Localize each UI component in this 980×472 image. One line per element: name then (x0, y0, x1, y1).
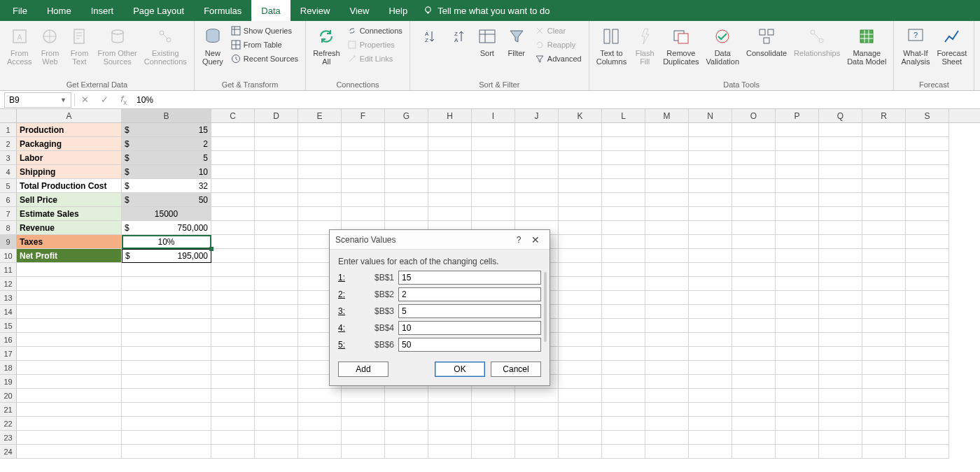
cell-O17[interactable] (732, 347, 776, 361)
tell-me-search[interactable]: Tell me what you want to do (423, 6, 550, 16)
cell-J22[interactable] (515, 417, 559, 431)
scenario-input-2[interactable] (398, 287, 541, 301)
cell-E20[interactable] (298, 389, 342, 403)
cell-H21[interactable] (428, 403, 472, 417)
col-header-R[interactable]: R (862, 109, 906, 122)
cell-A11[interactable] (17, 263, 122, 277)
row-header-11[interactable]: 11 (0, 263, 17, 277)
cell-F23[interactable] (342, 431, 385, 445)
cell-K10[interactable] (559, 249, 602, 263)
cell-R19[interactable] (862, 375, 906, 389)
cell-G2[interactable] (385, 137, 428, 151)
manage-data-model-button[interactable]: ManageData Model (844, 24, 889, 67)
cell-P7[interactable] (776, 207, 819, 221)
cell-Q24[interactable] (819, 445, 862, 459)
cell-B8[interactable]: $750,000 (122, 221, 211, 235)
row-header-7[interactable]: 7 (0, 207, 17, 221)
row-header-12[interactable]: 12 (0, 277, 17, 291)
cell-O3[interactable] (732, 151, 776, 165)
cell-N12[interactable] (689, 277, 732, 291)
cell-A9[interactable]: Taxes (17, 235, 122, 249)
cell-R12[interactable] (862, 277, 906, 291)
cell-E7[interactable] (298, 207, 342, 221)
cell-H6[interactable] (428, 193, 472, 207)
cell-K23[interactable] (559, 431, 602, 445)
cell-H22[interactable] (428, 417, 472, 431)
cell-C14[interactable] (211, 305, 255, 319)
cell-N22[interactable] (689, 417, 732, 431)
cell-A12[interactable] (17, 277, 122, 291)
cell-Q18[interactable] (819, 361, 862, 375)
cell-R7[interactable] (862, 207, 906, 221)
cell-O22[interactable] (732, 417, 776, 431)
cell-P14[interactable] (776, 305, 819, 319)
cell-K3[interactable] (559, 151, 602, 165)
cell-L22[interactable] (602, 417, 645, 431)
cell-L15[interactable] (602, 319, 645, 333)
cell-M19[interactable] (645, 375, 689, 389)
formula-input[interactable] (131, 95, 980, 105)
cell-B19[interactable] (122, 375, 211, 389)
cell-M2[interactable] (645, 137, 689, 151)
cell-M22[interactable] (645, 417, 689, 431)
cell-H2[interactable] (428, 137, 472, 151)
cell-D14[interactable] (255, 305, 298, 319)
cell-N10[interactable] (689, 249, 732, 263)
cell-E3[interactable] (298, 151, 342, 165)
cell-N13[interactable] (689, 291, 732, 305)
cell-M4[interactable] (645, 165, 689, 179)
cell-L17[interactable] (602, 347, 645, 361)
cell-M20[interactable] (645, 389, 689, 403)
col-header-G[interactable]: G (385, 109, 428, 122)
cell-H5[interactable] (428, 179, 472, 193)
cell-B21[interactable] (122, 403, 211, 417)
cell-P13[interactable] (776, 291, 819, 305)
sort-button[interactable]: Sort (473, 24, 501, 59)
scenario-input-5[interactable] (398, 338, 541, 352)
add-button[interactable]: Add (338, 362, 388, 377)
cell-B16[interactable] (122, 333, 211, 347)
cell-M5[interactable] (645, 179, 689, 193)
col-header-B[interactable]: B (122, 109, 211, 122)
row-header-18[interactable]: 18 (0, 361, 17, 375)
cell-A20[interactable] (17, 389, 122, 403)
cell-Q4[interactable] (819, 165, 862, 179)
cell-M6[interactable] (645, 193, 689, 207)
cell-C2[interactable] (211, 137, 255, 151)
cell-M7[interactable] (645, 207, 689, 221)
cell-L23[interactable] (602, 431, 645, 445)
cell-Q19[interactable] (819, 375, 862, 389)
cell-C1[interactable] (211, 123, 255, 137)
cell-M8[interactable] (645, 221, 689, 235)
row-header-5[interactable]: 5 (0, 179, 17, 193)
col-header-N[interactable]: N (689, 109, 732, 122)
from-table-button[interactable]: From Table (228, 38, 301, 52)
what-if-analysis-button[interactable]: ?What-IfAnalysis (898, 24, 932, 67)
cell-R3[interactable] (862, 151, 906, 165)
cell-O12[interactable] (732, 277, 776, 291)
tab-review[interactable]: Review (290, 0, 340, 21)
forecast-sheet-button[interactable]: ForecastSheet (934, 24, 969, 67)
cell-M9[interactable] (645, 235, 689, 249)
cell-A5[interactable]: Total Production Cost (17, 179, 122, 193)
cell-B4[interactable]: $10 (122, 165, 211, 179)
connections-button[interactable]: Connections (344, 24, 405, 38)
cell-Q21[interactable] (819, 403, 862, 417)
cell-J1[interactable] (515, 123, 559, 137)
cell-R17[interactable] (862, 347, 906, 361)
cell-G21[interactable] (385, 403, 428, 417)
tab-home[interactable]: Home (37, 0, 81, 21)
cell-R23[interactable] (862, 431, 906, 445)
cell-D16[interactable] (255, 333, 298, 347)
cell-M1[interactable] (645, 123, 689, 137)
cell-C10[interactable] (211, 249, 255, 263)
cell-B6[interactable]: $50 (122, 193, 211, 207)
cell-P16[interactable] (776, 333, 819, 347)
cell-O15[interactable] (732, 319, 776, 333)
sort-az-button[interactable]: AZ (414, 24, 442, 49)
cell-C15[interactable] (211, 319, 255, 333)
cell-B18[interactable] (122, 361, 211, 375)
cell-K22[interactable] (559, 417, 602, 431)
cell-L6[interactable] (602, 193, 645, 207)
cell-J23[interactable] (515, 431, 559, 445)
